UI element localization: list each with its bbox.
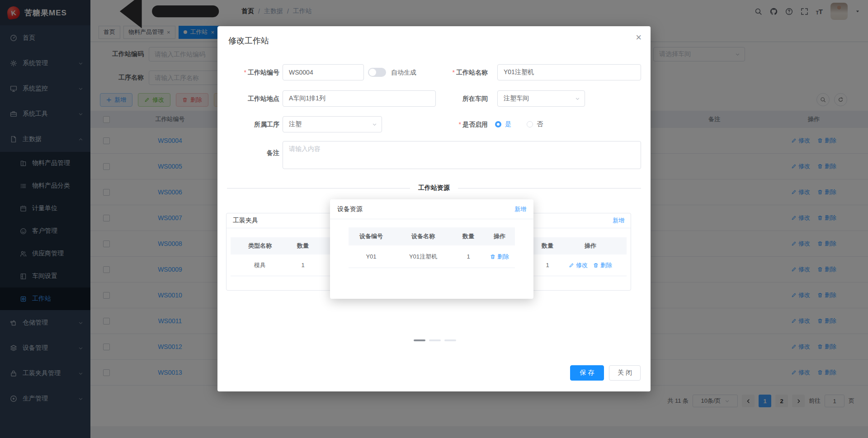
workstation-name-field[interactable]: [497, 64, 641, 80]
enabled-radio-group: 是 否: [495, 116, 543, 132]
enabled-field-label: *是否启用: [432, 116, 488, 132]
device-delete-link[interactable]: 删除: [490, 253, 509, 261]
device-row: Y01 Y01注塑机 1 删除: [349, 245, 515, 268]
fixture-card-title: 工装夹具: [233, 217, 258, 225]
trash-icon: [593, 263, 599, 268]
location-field-label: 工作站地点: [228, 90, 279, 107]
carousel-dot-3[interactable]: [444, 339, 456, 341]
modal-close-icon[interactable]: ×: [636, 33, 642, 42]
right-card-delete-link[interactable]: 删除: [593, 261, 612, 269]
radio-yes[interactable]: 是: [495, 120, 511, 128]
remark-field[interactable]: [283, 141, 641, 169]
device-add-link[interactable]: 新增: [514, 205, 526, 213]
chevron-down-icon: [575, 96, 580, 101]
carousel-indicators: [414, 339, 456, 341]
save-button[interactable]: 保 存: [570, 365, 604, 381]
process-field-label: 所属工序: [228, 116, 279, 132]
edit-workstation-modal: 修改工作站 × *工作站编号 自动生成 *工作站名称 工作站地点 所在车间 注塑…: [217, 26, 651, 391]
workshop-field-label: 所在车间: [432, 90, 488, 107]
modal-title: 修改工作站: [228, 35, 269, 46]
carousel-dot-1[interactable]: [414, 339, 425, 341]
device-resource-popover: 设备资源 新增 设备编号 设备名称 数量 操作 Y01 Y01注塑机 1 删除: [330, 199, 533, 299]
workstation-code-field[interactable]: [283, 64, 364, 80]
device-popover-title: 设备资源: [337, 205, 363, 213]
device-table: 设备编号 设备名称 数量 操作 Y01 Y01注塑机 1 删除: [349, 227, 515, 268]
code-field-label: *工作站编号: [228, 64, 279, 80]
close-button[interactable]: 关 闭: [609, 365, 641, 381]
auto-generate-label: 自动生成: [391, 68, 416, 77]
auto-generate-toggle[interactable]: [368, 68, 386, 77]
process-field-select[interactable]: 注塑: [283, 116, 382, 132]
remark-field-label: 备注: [228, 145, 279, 161]
radio-no[interactable]: 否: [527, 120, 543, 128]
chevron-down-icon: [372, 122, 377, 127]
workshop-field-select[interactable]: 注塑车间: [497, 90, 585, 107]
resources-divider: 工作站资源: [227, 188, 641, 188]
carousel-dot-2[interactable]: [429, 339, 441, 341]
right-card-add-link[interactable]: 新增: [613, 217, 624, 225]
pencil-icon: [569, 263, 574, 268]
trash-icon: [490, 254, 495, 259]
right-card-edit-link[interactable]: 修改: [569, 261, 588, 269]
workstation-location-field[interactable]: [283, 90, 436, 107]
name-field-label: *工作站名称: [432, 64, 488, 80]
